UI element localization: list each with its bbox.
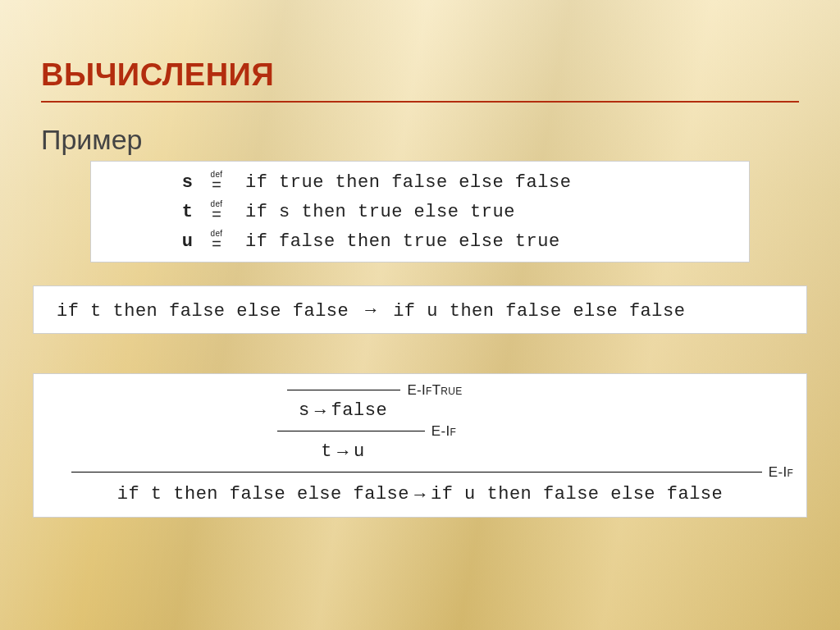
slide-title: ВЫЧИСЛЕНИЯ — [0, 0, 840, 98]
definition-row: t def = if s then true else true — [91, 198, 749, 227]
premise: t → u — [321, 440, 364, 464]
inference-bar — [71, 472, 762, 472]
def-equals-icon: def = — [203, 200, 231, 224]
slide-subtitle: Пример — [0, 103, 840, 156]
rule-name: E-If — [425, 423, 456, 440]
def-body: if true then false else false — [231, 170, 571, 196]
slide: { "title": "ВЫЧИСЛЕНИЯ", "subtitle": "Пр… — [0, 0, 840, 630]
derivation-panel: E-IfTrue s → false E-If t → u — [33, 373, 807, 518]
premise: s → false — [299, 399, 387, 423]
rule-bar-row: E-If — [21, 464, 819, 481]
rule-bar-row: E-IfTrue — [287, 382, 462, 399]
inference-bar — [287, 390, 400, 390]
rule-bar-row: E-If — [277, 423, 456, 440]
definition-row: s def = if true then false else false — [91, 168, 749, 198]
arrow-icon: → — [360, 299, 382, 320]
reduction-step-panel: if t then false else false → if u then f… — [33, 285, 807, 334]
arrow-icon: → — [332, 441, 354, 463]
def-equals-icon: def = — [203, 171, 231, 194]
rule-name: E-If — [762, 464, 793, 481]
def-equals-icon: def = — [203, 230, 231, 253]
conclusion: if t then false else false → if u then f… — [117, 481, 724, 505]
rule-name: E-IfTrue — [400, 382, 462, 399]
def-var: u — [163, 229, 203, 255]
arrow-icon: → — [409, 484, 431, 505]
def-var: t — [163, 199, 203, 226]
definitions-panel: s def = if true then false else false t … — [90, 161, 750, 262]
reduction-step: if t then false else false → if u then f… — [34, 299, 806, 322]
def-body: if false then true else true — [231, 229, 560, 255]
def-var: s — [163, 170, 203, 196]
def-body: if s then true else true — [231, 199, 515, 226]
definition-row: u def = if false then true else true — [91, 227, 749, 257]
arrow-icon: → — [310, 400, 331, 422]
inference-bar — [277, 431, 425, 431]
derivation-tree: E-IfTrue s → false E-If t → u — [34, 382, 806, 505]
